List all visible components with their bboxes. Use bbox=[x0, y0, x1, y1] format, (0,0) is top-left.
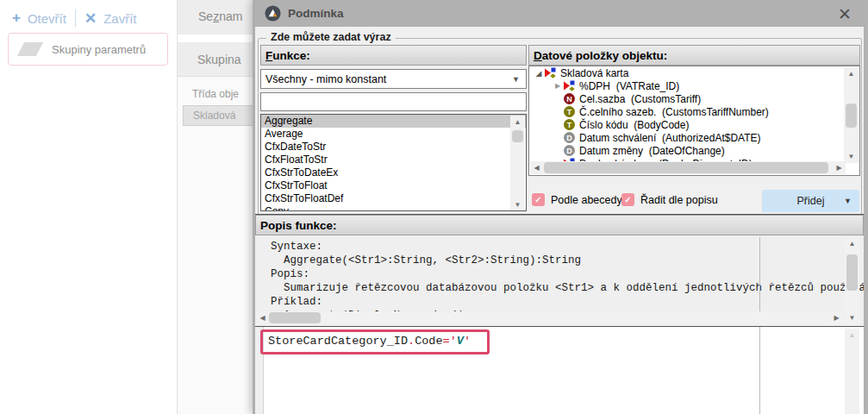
scrollbar-thumb[interactable] bbox=[846, 104, 857, 128]
margin-guide bbox=[759, 237, 760, 311]
scroll-down-icon[interactable]: ▼ bbox=[510, 198, 525, 211]
function-filter-combobox[interactable]: Všechny - mimo konstant ▼ bbox=[260, 69, 527, 89]
add-button-label: Přidej bbox=[797, 195, 825, 207]
close-button-label: Zavřít bbox=[103, 11, 136, 26]
function-list-item[interactable]: CfxStrToFloatDef bbox=[261, 192, 526, 205]
function-list-item[interactable]: CfxDateToStr bbox=[261, 141, 526, 154]
tree-item[interactable]: ◢Skladová karta bbox=[529, 66, 859, 79]
scroll-up-icon[interactable]: ▲ bbox=[844, 67, 859, 80]
checkbox-alphabet-row: ✓ Podle abecedy bbox=[532, 193, 622, 206]
object-icon bbox=[564, 80, 575, 91]
slant-icon bbox=[17, 42, 44, 56]
combobox-value: Všechny - mimo konstant bbox=[265, 73, 386, 85]
checkbox-sort-row: ✓ Řadit dle popisu bbox=[621, 193, 718, 206]
tree-item-label: Skladová karta bbox=[560, 67, 628, 79]
scroll-left-icon[interactable]: ◀ bbox=[530, 161, 543, 174]
abra-logo-icon bbox=[265, 5, 281, 22]
scroll-up-icon[interactable]: ▲ bbox=[845, 329, 859, 342]
tree-item[interactable]: NCel.sazba (CustomsTariff) bbox=[529, 92, 859, 105]
margin-guide bbox=[759, 327, 760, 414]
object-class-field[interactable]: Skladová bbox=[183, 105, 257, 126]
detail-panel: Třída obje Skladová bbox=[178, 76, 253, 414]
expression-text: StoreCardCategory_ID.Code='V' bbox=[268, 335, 471, 348]
tree-item[interactable]: TČ.celního sazeb. (CustomsTariffNumber) bbox=[529, 105, 859, 118]
checkbox-sort[interactable]: ✓ bbox=[621, 193, 634, 206]
field-type-T-icon: T bbox=[564, 106, 575, 117]
tree-item-label: Datum schválení (AuthorizedAt$DATE) bbox=[579, 132, 761, 144]
dialog-body: Zde můžete zadat výraz Funkce: Všechny -… bbox=[255, 27, 864, 414]
application-window: + Otevřít ✕ Zavřít Skupiny parametrů Sez… bbox=[0, 0, 868, 414]
tree-item[interactable]: ▶%DPH (VATRate_ID) bbox=[529, 79, 859, 92]
condition-editor[interactable]: StoreCardCategory_ID.Code='V' ▲ bbox=[255, 327, 864, 414]
close-window-button[interactable]: ✕ Zavřít bbox=[84, 9, 137, 28]
open-button[interactable]: + Otevřít bbox=[12, 9, 66, 27]
object-class-label: Třída obje bbox=[192, 88, 239, 100]
tree-horizontal-scrollbar[interactable]: ◀ ▶ bbox=[530, 161, 846, 174]
scrollbar-thumb[interactable] bbox=[512, 130, 523, 142]
plus-icon: + bbox=[12, 9, 21, 27]
scroll-right-icon[interactable]: ▶ bbox=[830, 311, 843, 324]
function-description-text: Syntaxe: Aggregate(<Str1>:String, <Str2>… bbox=[271, 240, 864, 323]
checkbox-sort-label: Řadit dle popisu bbox=[640, 194, 718, 206]
middle-column: Seznam Skupina Třída obje Skladová bbox=[177, 0, 253, 414]
chevron-collapsed-icon[interactable]: ▶ bbox=[552, 82, 564, 90]
checkbox-alphabet-label: Podle abecedy bbox=[551, 194, 622, 206]
parameter-groups-label: Skupiny parametrů bbox=[52, 43, 146, 56]
tree-item-label: %DPH (VATRate_ID) bbox=[579, 80, 679, 92]
tree-item[interactable]: TČíslo kódu (BodyCode) bbox=[529, 118, 859, 131]
groupbox-label: Zde můžete zadat výraz bbox=[266, 31, 396, 43]
function-list-item[interactable]: Aggregate bbox=[261, 115, 526, 128]
scrollbar-thumb[interactable] bbox=[269, 312, 321, 323]
parameter-groups-card[interactable]: Skupiny parametrů bbox=[8, 33, 168, 66]
functions-header: Funkce: bbox=[260, 45, 527, 66]
dialog-close-icon[interactable]: ✕ bbox=[834, 3, 855, 24]
function-list-scrollbar[interactable]: ▲ ▼ bbox=[510, 116, 525, 211]
tree-item[interactable]: DDatum změny (DateOfChange) bbox=[529, 144, 859, 157]
scrollbar-thumb[interactable] bbox=[544, 162, 828, 173]
open-button-label: Otevřít bbox=[28, 11, 66, 26]
tree-item-label: Číslo kódu (BodyCode) bbox=[579, 119, 689, 131]
checkbox-alphabet[interactable]: ✓ bbox=[532, 193, 545, 206]
field-type-D-icon: D bbox=[564, 145, 575, 156]
function-search-input[interactable] bbox=[260, 92, 527, 111]
chevron-expanded-icon[interactable]: ◢ bbox=[533, 69, 545, 78]
scrollbar-thumb[interactable] bbox=[846, 254, 858, 291]
scroll-up-icon[interactable]: ▲ bbox=[845, 237, 859, 250]
add-button[interactable]: Přidej ▼ bbox=[762, 190, 859, 212]
function-list-item[interactable]: CfxStrToFloat bbox=[261, 179, 526, 192]
data-items-header: Datové položky objektu: bbox=[528, 45, 860, 66]
scroll-down-icon[interactable]: ▼ bbox=[845, 311, 859, 324]
field-type-T-icon: T bbox=[564, 119, 575, 130]
tree-item-label: Datum změny (DateOfChange) bbox=[579, 145, 725, 157]
function-description-header: Popis funkce: bbox=[255, 215, 864, 235]
function-list-item[interactable]: Copy bbox=[261, 205, 526, 211]
dialog-title: Podmínka bbox=[288, 7, 344, 20]
tree-item-label: Č.celního sazeb. (CustomsTariffNumber) bbox=[579, 106, 769, 118]
object-icon bbox=[545, 67, 556, 78]
function-list-item[interactable]: Average bbox=[261, 128, 526, 141]
field-type-N-icon: N bbox=[564, 93, 575, 104]
scroll-up-icon[interactable]: ▲ bbox=[510, 116, 525, 129]
tree-item[interactable]: DDatum schválení (AuthorizedAt$DATE) bbox=[529, 131, 859, 144]
function-list: ▲ ▼ AggregateAverageCfxDateToStrCfxFloat… bbox=[260, 114, 527, 211]
function-list-item[interactable]: CfxStrToDateEx bbox=[261, 166, 526, 179]
tree-item-label: Cel.sazba (CustomsTariff) bbox=[579, 93, 701, 105]
tree-vertical-scrollbar[interactable]: ▲ ▼ bbox=[844, 67, 859, 163]
chevron-down-icon: ▼ bbox=[844, 197, 852, 205]
scroll-left-icon[interactable]: ◀ bbox=[256, 311, 269, 324]
scroll-down-icon[interactable]: ▼ bbox=[844, 150, 859, 163]
chevron-down-icon: ▼ bbox=[512, 75, 520, 84]
x-icon: ✕ bbox=[84, 9, 97, 28]
scroll-right-icon[interactable]: ▶ bbox=[833, 161, 846, 174]
data-items-tree: ◢Skladová karta▶%DPH (VATRate_ID)NCel.sa… bbox=[528, 66, 860, 176]
function-list-item[interactable]: CfxFloatToStr bbox=[261, 154, 526, 166]
dialog-titlebar: Podmínka ✕ bbox=[255, 0, 864, 27]
condition-dialog: Podmínka ✕ Zde můžete zadat výraz Funkce… bbox=[253, 0, 868, 414]
description-vertical-scrollbar[interactable]: ▲ ▼ bbox=[845, 237, 859, 324]
tab-seznam[interactable]: Seznam bbox=[198, 9, 242, 23]
field-type-D-icon: D bbox=[564, 132, 575, 143]
description-horizontal-scrollbar[interactable]: ◀ ▶ bbox=[256, 311, 843, 324]
toolbar: + Otevřít ✕ Zavřít bbox=[12, 7, 137, 29]
editor-vertical-scrollbar[interactable]: ▲ bbox=[845, 329, 859, 414]
toolbar-divider bbox=[75, 9, 76, 27]
